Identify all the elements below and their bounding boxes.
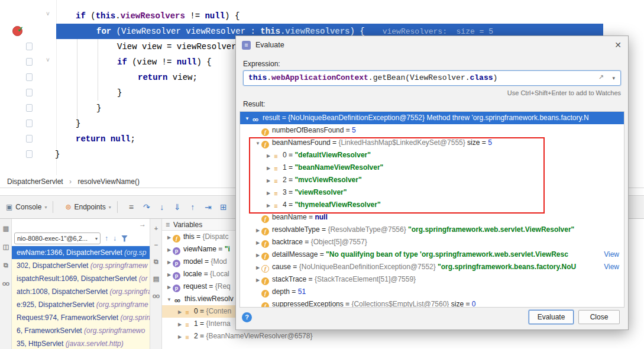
gutter-icon[interactable] — [26, 104, 33, 112]
expand-icon[interactable]: ▶ — [166, 231, 173, 243]
evaluate-button[interactable]: Evaluate — [529, 310, 574, 324]
expand-icon[interactable]: ▶ — [166, 269, 173, 280]
result-tree-row[interactable]: ▶≡4 = "thymeleafViewResolver" — [240, 199, 624, 211]
stack-frame-row[interactable]: Request:974, FrameworkServlet (org.sprin — [12, 311, 150, 324]
run-to-cursor-icon[interactable]: ⇥ — [200, 202, 216, 212]
thread-selector-dropdown[interactable]: nio-8080-exec-1"@6,2... ▾ — [14, 232, 101, 244]
expand-icon[interactable]: ▶ — [166, 281, 173, 293]
expand-icon[interactable]: ▶ — [265, 162, 272, 174]
stack-frame-row[interactable]: e:925, DispatcherServlet (org.springfram… — [12, 298, 150, 311]
text-segment: for — [96, 27, 111, 36]
breakpoint-icon[interactable]: ✓ — [12, 26, 22, 36]
expand-icon[interactable]: ▶ — [166, 256, 173, 268]
collapse-icon[interactable]: ▼ — [166, 293, 173, 305]
previous-frame-icon[interactable]: ↑ — [105, 234, 108, 243]
gutter-icon[interactable] — [26, 58, 33, 66]
chevron-down-icon[interactable]: ▾ — [612, 75, 615, 81]
expand-icon[interactable]: ▶ — [176, 306, 183, 318]
layout-settings-icon[interactable]: ▥ — [3, 225, 8, 232]
remove-watch-icon[interactable]: − — [154, 241, 157, 248]
fold-marker-icon[interactable]: ˅ — [46, 11, 50, 17]
breadcrumb-method[interactable]: resolveViewName() — [77, 177, 139, 186]
result-tree-row[interactable]: ▶≡3 = "viewResolver" — [240, 186, 624, 199]
stack-frame-row[interactable]: ispatchResult:1069, DispatcherServlet (o… — [12, 272, 150, 285]
view-link[interactable]: View — [604, 248, 619, 261]
step-out-icon[interactable]: ↑ — [185, 202, 200, 212]
result-tree-row[interactable]: ▼fbeanNamesFound = {LinkedHashMap$Linked… — [240, 137, 624, 149]
expand-icon[interactable]: ▶ — [265, 174, 272, 186]
stack-frame-row[interactable]: atch:1008, DispatcherServlet (org.spring… — [12, 285, 150, 298]
expand-icon[interactable]: ▶ — [254, 274, 261, 286]
result-tree-row[interactable]: ▶≡1 = "beanNameViewResolver" — [240, 161, 624, 174]
result-tree-row[interactable]: ▶fbacktrace = {Object[5]@7557} — [240, 236, 624, 248]
gutter-icon[interactable] — [26, 89, 33, 96]
variable-row[interactable]: ▶≡2 = {BeanNameViewResolver@6578} — [162, 330, 331, 342]
gutter-icon[interactable] — [26, 119, 33, 127]
copy-frames-icon[interactable]: ⧉ — [4, 261, 8, 269]
code-line[interactable]: if (this.viewResolvers != null) { — [0, 8, 644, 24]
frames-view-icon[interactable]: ◫ — [3, 243, 8, 251]
watches-icon[interactable]: oo — [2, 280, 9, 287]
tab-console[interactable]: ▣ Console ▾ — [6, 203, 47, 211]
expression-input[interactable]: this.webApplicationContext.getBean(ViewR… — [243, 70, 621, 86]
result-tree-row[interactable]: fnumberOfBeansFound = 5 — [240, 124, 624, 137]
force-step-into-icon[interactable]: ⇓ — [170, 202, 185, 212]
expand-icon[interactable]: ▶ — [254, 224, 261, 236]
result-tree[interactable]: ▼ooresult = {NoUniqueBeanDefinitionExcep… — [240, 111, 624, 308]
result-tree-row[interactable]: ▶fcause = {NoUniqueBeanDefinitionExcepti… — [240, 261, 624, 273]
result-tree-row[interactable]: ▶fresolvableType = {ResolvableType@7556}… — [240, 224, 624, 236]
expand-icon[interactable]: ▶ — [166, 244, 173, 256]
step-over-icon[interactable]: ↷ — [139, 202, 154, 212]
expand-icon[interactable]: ▶ — [254, 249, 261, 261]
show-execution-point-icon[interactable]: ≡ — [124, 202, 139, 212]
view-link[interactable]: View — [604, 261, 619, 273]
text-segment: if — [117, 57, 127, 67]
close-icon[interactable]: ✕ — [614, 40, 622, 50]
next-frame-icon[interactable]: ↓ — [113, 234, 116, 243]
stack-frame-row[interactable]: ewName:1366, DispatcherServlet (org.sp — [12, 246, 150, 259]
collapse-icon[interactable]: ▼ — [254, 137, 261, 149]
expand-editor-icon[interactable]: ↗ — [598, 73, 604, 81]
result-tree-row[interactable]: fdepth = 51 — [240, 286, 624, 298]
gutter-icon[interactable] — [26, 135, 33, 143]
fold-marker-icon[interactable]: ˅ — [46, 57, 50, 63]
result-tree-row[interactable]: ▼ooresult = {NoUniqueBeanDefinitionExcep… — [240, 112, 624, 124]
panel-options-icon[interactable]: → — [139, 220, 146, 228]
expand-icon[interactable]: ▶ — [265, 150, 272, 161]
expand-icon[interactable]: ▶ — [176, 318, 183, 330]
field-icon: f — [261, 253, 269, 260]
expand-icon[interactable]: ▶ — [254, 261, 261, 273]
new-watch-icon[interactable]: + — [154, 225, 157, 232]
text-segment: cause — [272, 263, 291, 271]
text-segment: viewResolvers — [121, 11, 185, 21]
collapse-icon[interactable]: ▼ — [244, 112, 251, 124]
expand-icon[interactable]: ▶ — [265, 199, 272, 211]
evaluate-expression-icon[interactable]: ⊞ — [216, 202, 231, 212]
gutter-icon[interactable] — [26, 43, 33, 50]
dialog-title-bar[interactable]: = Evaluate ✕ — [236, 36, 628, 54]
result-tree-row[interactable]: ▶fstackTrace = {StackTraceElement[51]@75… — [240, 273, 624, 286]
hide-library-frames-icon[interactable] — [121, 235, 128, 242]
result-tree-row[interactable]: ▶≡0 = "defaultViewResolver" — [240, 149, 624, 161]
gutter-icon[interactable] — [26, 150, 33, 158]
text-segment: = — [287, 188, 295, 196]
result-tree-row[interactable]: fbeanName = null — [240, 211, 624, 224]
stack-frame-row[interactable]: 302, DispatcherServlet (org.springframew — [12, 259, 150, 272]
stack-frame-row[interactable]: 6, FrameworkServlet (org.springframewo — [12, 324, 150, 337]
stack-frame-row[interactable]: 35, HttpServlet (javax.servlet.http) — [12, 337, 150, 349]
help-icon[interactable]: ? — [242, 312, 252, 322]
close-button[interactable]: Close — [578, 310, 620, 324]
expand-icon[interactable]: ▶ — [176, 331, 183, 342]
gutter-icon[interactable] — [26, 73, 33, 81]
breadcrumb-class[interactable]: DispatcherServlet — [7, 177, 63, 186]
result-tree-row[interactable]: ▶≡2 = "mvcViewResolver" — [240, 174, 624, 186]
result-tree-row[interactable]: fsuppressedExceptions = {Collections$Emp… — [240, 298, 624, 308]
tab-endpoints[interactable]: ⊚ Endpoints ▾ — [65, 203, 111, 211]
expand-icon[interactable]: ▶ — [254, 237, 261, 248]
show-watches-icon[interactable]: ▤ — [153, 275, 158, 283]
result-tree-row[interactable]: ▶fdetailMessage = "No qualifying bean of… — [240, 248, 624, 261]
step-into-icon[interactable]: ↓ — [154, 202, 170, 212]
duplicate-watch-icon[interactable]: ⧉ — [154, 258, 158, 266]
expand-icon[interactable]: ▶ — [265, 187, 272, 199]
add-to-watches-icon[interactable]: oo — [153, 292, 159, 299]
